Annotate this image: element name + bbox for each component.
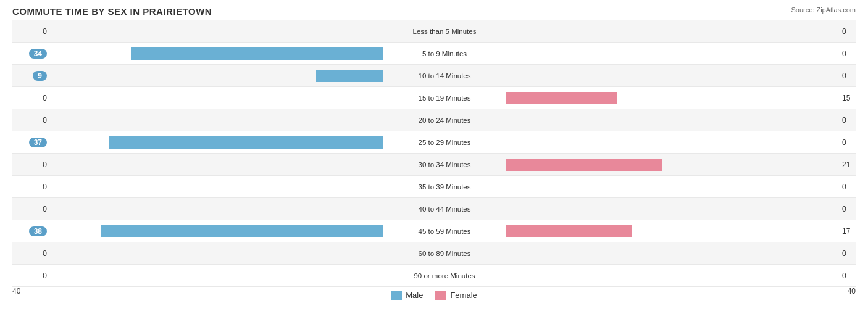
male-value: 37 xyxy=(12,138,49,147)
legend-female-label: Female xyxy=(450,291,477,300)
legend-male-label: Male xyxy=(406,291,423,300)
male-value: 0 xyxy=(12,94,49,102)
male-bar xyxy=(101,225,383,237)
male-value: 9 xyxy=(12,72,49,80)
row-label: Less than 5 Minutes xyxy=(383,28,506,35)
female-value: 0 xyxy=(840,205,868,213)
male-value: 38 xyxy=(12,227,49,236)
chart-row: 040 to 44 Minutes0 xyxy=(12,198,856,220)
row-label: 60 to 89 Minutes xyxy=(383,250,506,257)
female-value: 0 xyxy=(840,72,868,80)
chart-row: 3725 to 29 Minutes0 xyxy=(12,131,856,154)
row-label: 20 to 24 Minutes xyxy=(383,117,506,124)
chart-title: COMMUTE TIME BY SEX IN PRAIRIETOWN xyxy=(12,6,856,17)
female-value: 0 xyxy=(840,183,868,191)
female-value: 0 xyxy=(840,271,868,280)
chart-row: 910 to 14 Minutes0 xyxy=(12,65,856,87)
axis-left-label: 40 xyxy=(12,287,20,300)
male-bar-area xyxy=(49,47,383,60)
chart-row: 0Less than 5 Minutes0 xyxy=(12,20,856,43)
legend-area: Male Female xyxy=(391,291,477,300)
row-label: 15 to 19 Minutes xyxy=(383,94,506,102)
legend-swatch-female xyxy=(435,291,446,300)
row-label: 10 to 14 Minutes xyxy=(383,72,506,80)
chart-row: 020 to 24 Minutes0 xyxy=(12,109,856,131)
row-label: 90 or more Minutes xyxy=(383,272,506,279)
female-bar xyxy=(506,159,662,171)
male-value: 0 xyxy=(12,249,49,258)
male-bar-area xyxy=(49,70,383,82)
female-value: 0 xyxy=(840,116,868,125)
chart-container: COMMUTE TIME BY SEX IN PRAIRIETOWN Sourc… xyxy=(0,0,868,322)
chart-row: 3845 to 59 Minutes17 xyxy=(12,220,856,242)
female-value: 0 xyxy=(840,27,868,36)
male-bar xyxy=(109,136,383,149)
female-bar-area xyxy=(506,159,840,171)
female-bar xyxy=(506,92,617,104)
male-value: 0 xyxy=(12,27,49,36)
female-value: 17 xyxy=(840,227,868,236)
chart-row: 060 to 89 Minutes0 xyxy=(12,242,856,265)
female-bar-area xyxy=(506,225,840,237)
female-value: 0 xyxy=(840,138,868,147)
male-value: 0 xyxy=(12,183,49,191)
axis-right-label: 40 xyxy=(848,287,856,300)
legend-female: Female xyxy=(435,291,477,300)
male-bar xyxy=(131,47,383,60)
male-value: 34 xyxy=(12,49,49,58)
legend-male: Male xyxy=(391,291,423,300)
male-value: 0 xyxy=(12,160,49,169)
axis-labels: 40 Male Female 40 xyxy=(12,287,856,300)
male-value: 0 xyxy=(12,205,49,213)
row-label: 35 to 39 Minutes xyxy=(383,183,506,191)
male-bar xyxy=(316,70,383,82)
male-bar-area xyxy=(49,225,383,237)
row-label: 45 to 59 Minutes xyxy=(383,228,506,235)
chart-row: 035 to 39 Minutes0 xyxy=(12,176,856,198)
chart-row: 015 to 19 Minutes15 xyxy=(12,87,856,109)
male-bar-area xyxy=(49,136,383,149)
row-label: 25 to 29 Minutes xyxy=(383,139,506,146)
chart-row: 090 or more Minutes0 xyxy=(12,265,856,287)
female-value: 15 xyxy=(840,94,868,102)
male-value: 0 xyxy=(12,271,49,280)
chart-row: 030 to 34 Minutes21 xyxy=(12,154,856,176)
legend-swatch-male xyxy=(391,291,402,300)
female-value: 0 xyxy=(840,249,868,258)
female-bar xyxy=(506,225,632,237)
row-label: 40 to 44 Minutes xyxy=(383,205,506,213)
row-label: 30 to 34 Minutes xyxy=(383,161,506,168)
source-text: Source: ZipAtlas.com xyxy=(791,6,856,14)
female-value: 21 xyxy=(840,160,868,169)
female-value: 0 xyxy=(840,49,868,58)
chart-row: 345 to 9 Minutes0 xyxy=(12,43,856,65)
female-bar-area xyxy=(506,92,840,104)
row-label: 5 to 9 Minutes xyxy=(383,50,506,57)
chart-area: 0Less than 5 Minutes0345 to 9 Minutes091… xyxy=(12,20,856,287)
male-value: 0 xyxy=(12,116,49,125)
